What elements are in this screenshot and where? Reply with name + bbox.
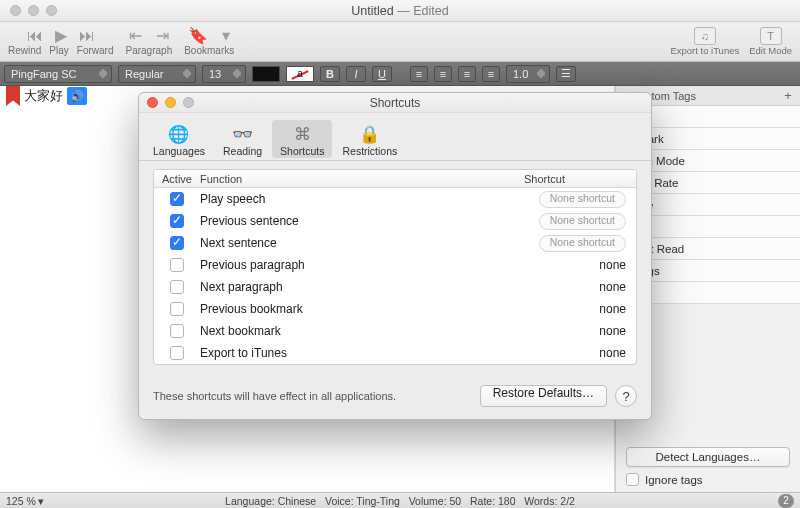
play-label: Play [49, 45, 68, 56]
align-left-button[interactable]: ≡ [410, 66, 428, 82]
format-bar: PingFang SC Regular 13 B I U ≡ ≡ ≡ ≡ 1.0… [0, 62, 800, 86]
modal-titlebar: Shortcuts [139, 93, 651, 113]
playback-group: ⏮ ▶ ⏭ Rewind Play Forward [8, 28, 114, 56]
tab-languages[interactable]: 🌐 Languages [145, 120, 213, 158]
text-color-swatch[interactable] [252, 66, 280, 82]
minimize-window-icon[interactable] [28, 5, 39, 16]
function-label: Next paragraph [200, 280, 524, 294]
modal-note: These shortcuts will have effect in all … [153, 390, 396, 402]
tab-restrictions[interactable]: 🔒 Restrictions [334, 120, 405, 158]
glasses-icon: 👓 [231, 123, 255, 145]
table-row[interactable]: Previous paragraphnone [154, 254, 636, 276]
active-checkbox[interactable] [170, 324, 184, 338]
modal-close-icon[interactable] [147, 97, 158, 108]
music-note-icon: ♫ [694, 27, 716, 45]
col-function[interactable]: Function [200, 173, 524, 185]
tab-shortcuts[interactable]: ⌘ Shortcuts [272, 120, 332, 158]
ignore-tags-checkbox[interactable]: Ignore tags [626, 473, 790, 486]
active-checkbox[interactable] [170, 192, 184, 206]
speaker-icon[interactable]: 🔊 [67, 87, 87, 105]
function-label: Previous bookmark [200, 302, 524, 316]
main-toolbar: ⏮ ▶ ⏭ Rewind Play Forward ⇤ ⇥ Paragraph … [0, 22, 800, 62]
shortcut-button[interactable]: None shortcut [539, 235, 626, 252]
bookmarks-label: Bookmarks [184, 45, 234, 56]
font-size-select[interactable]: 13 [202, 65, 246, 83]
list-style-button[interactable]: ☰ [556, 66, 576, 82]
active-checkbox[interactable] [170, 346, 184, 360]
align-right-button[interactable]: ≡ [458, 66, 476, 82]
shortcut-button[interactable]: None shortcut [539, 191, 626, 208]
align-justify-button[interactable]: ≡ [482, 66, 500, 82]
table-row[interactable]: Play speechNone shortcut [154, 188, 636, 210]
zoom-control[interactable]: 125 %▾ [6, 495, 44, 507]
lock-icon: 🔒 [358, 123, 382, 145]
function-label: Next sentence [200, 236, 524, 250]
shortcut-text: none [599, 258, 626, 272]
prev-paragraph-icon[interactable]: ⇤ [129, 28, 142, 44]
active-checkbox[interactable] [170, 236, 184, 250]
active-checkbox[interactable] [170, 258, 184, 272]
bookmark-list-icon[interactable]: ▾ [222, 28, 230, 44]
add-tag-button[interactable]: + [780, 88, 796, 103]
table-row[interactable]: Next bookmarknone [154, 320, 636, 342]
shortcuts-table: Active Function Shortcut Play speechNone… [153, 169, 637, 365]
help-button[interactable]: ? [615, 385, 637, 407]
col-shortcut[interactable]: Shortcut [524, 173, 636, 185]
italic-button[interactable]: I [346, 66, 366, 82]
table-row[interactable]: Previous sentenceNone shortcut [154, 210, 636, 232]
active-checkbox[interactable] [170, 302, 184, 316]
align-center-button[interactable]: ≡ [434, 66, 452, 82]
table-row[interactable]: Next paragraphnone [154, 276, 636, 298]
underline-button[interactable]: U [372, 66, 392, 82]
table-row[interactable]: Previous bookmarknone [154, 298, 636, 320]
modal-tabs: 🌐 Languages 👓 Reading ⌘ Shortcuts 🔒 Rest… [139, 113, 651, 161]
preferences-window: Shortcuts 🌐 Languages 👓 Reading ⌘ Shortc… [138, 92, 652, 420]
forward-icon[interactable]: ⏭ [79, 28, 95, 44]
tab-reading[interactable]: 👓 Reading [215, 120, 270, 158]
close-window-icon[interactable] [10, 5, 21, 16]
play-icon[interactable]: ▶ [55, 28, 67, 44]
window-title: Untitled — Edited [0, 4, 800, 18]
bold-button[interactable]: B [320, 66, 340, 82]
bookmark-add-icon[interactable]: 🔖 [188, 28, 208, 44]
table-row[interactable]: Next sentenceNone shortcut [154, 232, 636, 254]
window-titlebar: Untitled — Edited [0, 0, 800, 22]
rewind-label: Rewind [8, 45, 41, 56]
checkbox-icon [626, 473, 639, 486]
restore-defaults-button[interactable]: Restore Defaults… [480, 385, 607, 407]
export-itunes-button[interactable]: ♫ Export to iTunes [670, 27, 739, 56]
line-height-select[interactable]: 1.0 [506, 65, 550, 83]
window-title-text: Untitled [351, 4, 393, 18]
detect-languages-button[interactable]: Detect Languages… [626, 447, 790, 467]
status-count-badge[interactable]: 2 [778, 494, 794, 508]
window-subtitle: Edited [413, 4, 448, 18]
function-label: Previous paragraph [200, 258, 524, 272]
window-controls [0, 5, 57, 16]
function-label: Play speech [200, 192, 524, 206]
bookmarks-group: 🔖 ▾ Bookmarks [184, 28, 234, 56]
document-text: 大家好 [22, 87, 65, 105]
active-checkbox[interactable] [170, 214, 184, 228]
shortcut-button[interactable]: None shortcut [539, 213, 626, 230]
rewind-icon[interactable]: ⏮ [27, 28, 43, 44]
highlight-color-swatch[interactable] [286, 66, 314, 82]
font-style-select[interactable]: Regular [118, 65, 196, 83]
active-checkbox[interactable] [170, 280, 184, 294]
text-cursor-icon: T [760, 27, 782, 45]
edit-mode-button[interactable]: T Edit Mode [749, 27, 792, 56]
function-label: Next bookmark [200, 324, 524, 338]
modal-minimize-icon[interactable] [165, 97, 176, 108]
col-active[interactable]: Active [154, 173, 200, 185]
zoom-window-icon[interactable] [46, 5, 57, 16]
command-icon: ⌘ [290, 123, 314, 145]
function-label: Previous sentence [200, 214, 524, 228]
status-info: Language: Chinese Voice: Ting-Ting Volum… [225, 495, 575, 507]
modal-zoom-icon [183, 97, 194, 108]
globe-icon: 🌐 [167, 123, 191, 145]
bookmark-ribbon-icon [6, 86, 20, 106]
table-row[interactable]: Export to iTunesnone [154, 342, 636, 364]
next-paragraph-icon[interactable]: ⇥ [156, 28, 169, 44]
font-family-select[interactable]: PingFang SC [4, 65, 112, 83]
paragraph-label: Paragraph [126, 45, 173, 56]
forward-label: Forward [77, 45, 114, 56]
